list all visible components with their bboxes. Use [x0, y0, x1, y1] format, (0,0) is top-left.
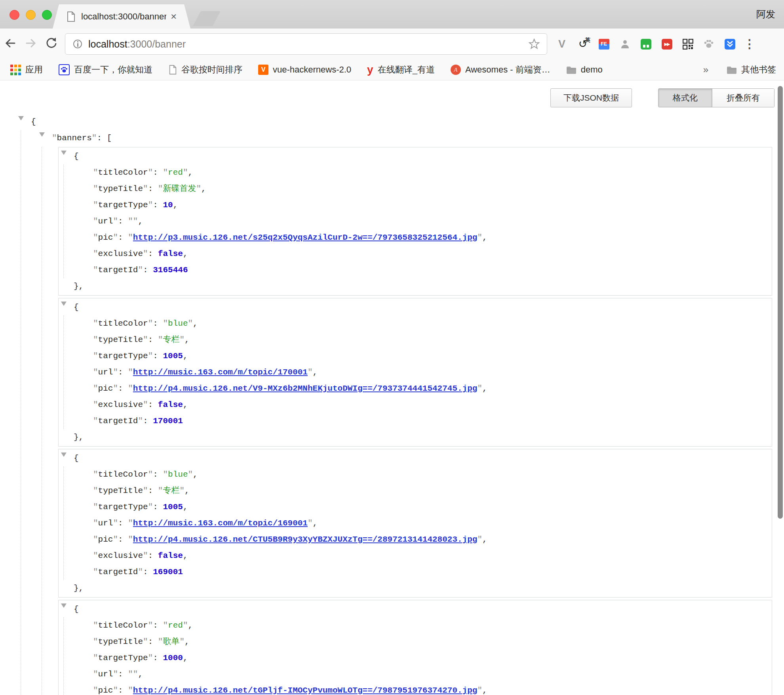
profile-name[interactable]: 阿发 [756, 8, 775, 21]
json-value-string: red [163, 168, 188, 177]
tampermonkey-extension-icon[interactable] [640, 38, 652, 50]
json-line: typeTitle新碟首发 [93, 181, 772, 197]
json-line [59, 148, 772, 164]
translate-extension-icon[interactable]: ↺ 英 [577, 38, 589, 50]
browser-menu-icon[interactable]: ⋮ [744, 38, 755, 50]
json-line: exclusivefalse [93, 246, 772, 262]
fe-extension-icon[interactable]: FE [598, 38, 610, 50]
paw-extension-icon[interactable] [703, 38, 715, 50]
json-key: url [93, 368, 118, 377]
json-value-string: 歌单 [158, 637, 185, 646]
json-value-string: 专栏 [158, 486, 185, 495]
json-line: targetType1005 [93, 348, 772, 364]
window-controls [10, 10, 52, 20]
bookmarks-overflow-chevron[interactable]: » [703, 64, 708, 75]
bookmark-apps[interactable]: 应用 [10, 64, 43, 76]
json-value-number: 1005 [163, 351, 183, 361]
tab-title: localhost:3000/banner [81, 11, 166, 22]
bookmark-baidu[interactable]: 百度一下，你就知道 [59, 64, 152, 76]
person-extension-icon[interactable] [619, 38, 631, 50]
page-icon [168, 65, 177, 75]
qrcode-extension-icon[interactable] [682, 38, 694, 50]
colon [97, 134, 107, 143]
collapse-toggle-icon[interactable] [61, 151, 67, 158]
vertical-scrollbar[interactable] [778, 86, 783, 519]
json-line: targetId170001 [93, 413, 772, 429]
open-brace [74, 303, 79, 312]
json-line: pichttp://p3.music.126.net/s25q2x5QyqsAz… [93, 229, 772, 246]
json-value-number: 169001 [153, 567, 183, 577]
json-value-link-wrap: http://p4.music.126.net/tGPljf-IMOCyPvum… [128, 686, 482, 695]
json-key: titleColor [93, 470, 153, 479]
address-bar[interactable]: localhost:3000/banner [65, 33, 547, 55]
url-text[interactable]: localhost:3000/banner [88, 38, 529, 50]
qrcode-icon [683, 39, 693, 50]
bookmark-youdao-translate[interactable]: y 在线翻译_有道 [367, 64, 435, 76]
collapse-toggle-icon[interactable] [18, 116, 24, 123]
zoom-window-button[interactable] [42, 10, 52, 20]
fastforward-extension-icon[interactable]: ▶▶ [661, 38, 673, 50]
json-key: targetType [93, 502, 153, 512]
collapse-all-button[interactable]: 折叠所有 [712, 89, 774, 107]
bookmark-vue-hackernews[interactable]: V vue-hackernews-2.0 [258, 65, 351, 75]
page-info-icon[interactable] [72, 39, 83, 49]
close-window-button[interactable] [10, 10, 19, 20]
collapse-toggle-icon[interactable] [39, 132, 45, 139]
bookmark-label: 应用 [25, 64, 43, 76]
pic-url-link[interactable]: http://p4.music.126.net/tGPljf-IMOCyPvum… [133, 686, 478, 695]
collapse-toggle-icon[interactable] [61, 453, 67, 460]
json-value-string: 新碟首发 [158, 184, 201, 193]
bookmark-folder-other[interactable]: 其他书签 [727, 64, 776, 76]
json-value-link-wrap: http://p4.music.126.net/CTU5B9R9y3XyYBZX… [128, 535, 482, 544]
tab-close-icon[interactable]: ✕ [170, 12, 177, 21]
json-value-number: 10 [163, 200, 173, 210]
topic-url-link[interactable]: http://music.163.com/m/topic/170001 [133, 368, 308, 377]
forward-arrow-icon [24, 37, 38, 50]
fastforward-glyph: ▶▶ [662, 39, 672, 50]
reload-button[interactable] [41, 36, 62, 52]
json-key: exclusive [93, 249, 148, 258]
json-key: typeTitle [93, 637, 148, 646]
json-line: urlhttp://music.163.com/m/topic/170001 [93, 364, 772, 380]
forward-button[interactable] [21, 37, 41, 51]
bookmark-awesomes[interactable]: A Awesomes - 前端资… [451, 64, 550, 76]
browser-tab[interactable]: localhost:3000/banner ✕ [53, 4, 190, 29]
bookmark-google-sort[interactable]: 谷歌按时间排序 [168, 64, 242, 76]
format-button[interactable]: 格式化 [658, 89, 712, 107]
json-line: pichttp://p4.music.126.net/CTU5B9R9y3XyY… [93, 531, 772, 548]
bookmark-label: 其他书签 [741, 64, 776, 76]
download-json-button[interactable]: 下载JSON数据 [550, 88, 632, 107]
json-key: titleColor [93, 168, 153, 177]
json-key: pic [93, 233, 118, 242]
bookmark-folder-demo[interactable]: demo [566, 65, 603, 75]
collapse-toggle-icon[interactable] [61, 302, 67, 309]
bookmark-star-icon[interactable] [529, 38, 540, 50]
pic-url-link[interactable]: http://p4.music.126.net/V9-MXz6b2MNhEKju… [133, 384, 478, 393]
json-line [59, 580, 772, 596]
json-value-boolean: false [158, 551, 183, 560]
json-value-string: 专栏 [158, 335, 185, 344]
json-key: targetType [93, 200, 153, 210]
minimize-window-button[interactable] [26, 10, 36, 20]
json-key: url [93, 217, 118, 226]
collapse-toggle-icon[interactable] [61, 603, 67, 611]
paw-icon [703, 38, 714, 50]
blue-v-extension-icon[interactable] [724, 38, 736, 50]
open-bracket [107, 134, 112, 143]
new-tab-button[interactable] [193, 11, 221, 26]
pic-url-link[interactable]: http://p3.music.126.net/s25q2x5QyqsAzilC… [133, 233, 478, 242]
back-arrow-icon [4, 37, 17, 50]
topic-url-link[interactable]: http://music.163.com/m/topic/169001 [133, 519, 308, 528]
bookmark-label: Awesomes - 前端资… [465, 64, 550, 76]
json-key: pic [93, 384, 118, 393]
url-path: :3000/banner [127, 38, 186, 50]
folder-icon [727, 65, 737, 74]
json-line: titleColorred [93, 617, 772, 634]
pic-url-link[interactable]: http://p4.music.126.net/CTU5B9R9y3XyYBZX… [133, 535, 478, 544]
vimium-extension-icon[interactable]: V [556, 38, 568, 50]
json-key: titleColor [93, 621, 153, 630]
close-brace [74, 584, 84, 593]
json-line: typeTitle专栏 [93, 332, 772, 348]
extensions-row: V ↺ 英 FE ▶▶ [556, 38, 736, 50]
back-button[interactable] [0, 37, 21, 51]
